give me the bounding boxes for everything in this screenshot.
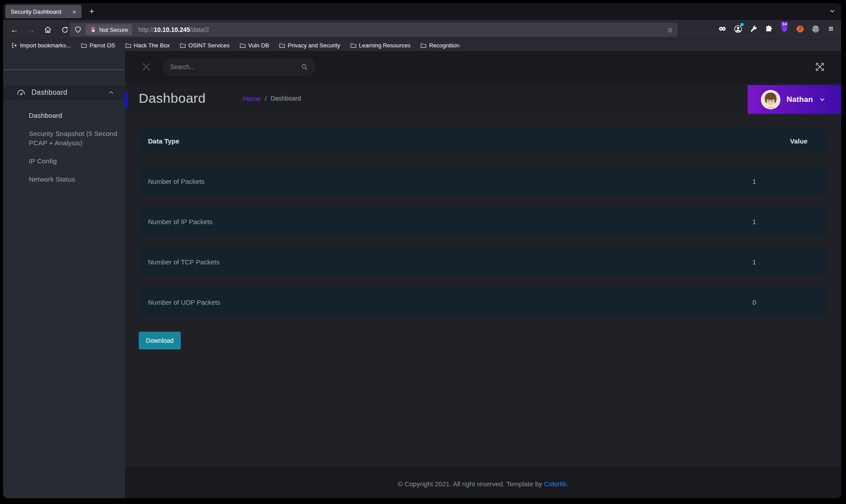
forward-button[interactable]: → <box>24 23 38 36</box>
webpage: Dashboard Dashboard Security Snapshot (5… <box>3 51 841 498</box>
sidebar-item-dashboard[interactable]: Dashboard <box>3 106 125 124</box>
bookmark-folder[interactable]: Privacy and Security <box>276 41 343 50</box>
blocker-ball-extension-icon[interactable] <box>794 23 806 35</box>
footer-copyright: © Copyright 2021. All right reserved. Te… <box>398 480 542 488</box>
bookmark-folder[interactable]: Hack The Box <box>122 41 172 50</box>
sidebar-item-security-snapshot[interactable]: Security Snapshot (5 Second PCAP + Analy… <box>3 124 125 152</box>
extension-icons: 14 ≡ <box>717 23 837 35</box>
back-button[interactable]: ← <box>8 23 21 36</box>
row-value: 0 <box>712 299 827 306</box>
folder-icon <box>279 42 285 49</box>
sidebar-toggle-close-icon[interactable] <box>137 58 155 76</box>
search-box <box>163 58 316 76</box>
url-text: http://10.10.10.245/data/2 <box>138 26 209 33</box>
row-label: Number of TCP Packets <box>139 258 712 266</box>
sidebar-group-label: Dashboard <box>31 89 102 97</box>
row-value: 1 <box>712 258 827 266</box>
download-button[interactable]: Download <box>139 332 181 349</box>
user-dropdown[interactable]: Nathan <box>748 85 841 114</box>
tab-security-dashboard[interactable]: Security Dashboard × <box>5 5 82 18</box>
row-label: Number of UDP Packets <box>139 299 712 306</box>
page-title: Dashboard <box>139 91 206 106</box>
account-notification-dot <box>741 23 744 26</box>
menu-button[interactable]: ≡ <box>825 23 837 35</box>
row-label: Number of Packets <box>139 178 712 185</box>
table-row: Number of IP Packets 1 <box>139 206 827 236</box>
tab-close-icon[interactable]: × <box>70 8 78 16</box>
permissions-shield-icon[interactable] <box>74 26 82 34</box>
table-row: Number of UDP Packets 0 <box>139 287 827 317</box>
header-accent-bar <box>125 92 128 108</box>
url-bar[interactable]: Not Secure http://10.10.10.245/data/2 ☆ <box>70 23 678 37</box>
folder-icon <box>125 42 132 49</box>
goggles-face-extension-icon[interactable] <box>810 23 821 35</box>
bookmark-star-icon[interactable]: ☆ <box>667 26 673 34</box>
column-header-data-type: Data Type <box>139 137 712 145</box>
tab-strip: Security Dashboard × + <box>3 3 841 20</box>
sidebar-item-ip-config[interactable]: IP Config <box>3 152 125 170</box>
fullscreen-expand-icon[interactable] <box>814 61 826 73</box>
wrench-extension-icon[interactable] <box>748 23 759 35</box>
not-secure-chip[interactable]: Not Secure <box>86 24 132 35</box>
folder-icon <box>239 42 246 49</box>
folder-icon <box>81 42 87 49</box>
table-row: Number of Packets 1 <box>139 166 827 196</box>
breadcrumb-current: Dashboard <box>270 95 301 102</box>
chevron-down-icon <box>819 96 826 103</box>
browser-window: Security Dashboard × + ← → Not Secure ht <box>3 3 841 498</box>
home-button[interactable] <box>41 23 55 36</box>
row-value: 1 <box>712 178 827 185</box>
sidebar-submenu: Dashboard Security Snapshot (5 Second PC… <box>3 106 125 188</box>
breadcrumb-home-link[interactable]: Home <box>243 95 261 102</box>
import-icon <box>11 42 18 49</box>
colorlib-link[interactable]: Colorlib <box>544 480 567 488</box>
folder-icon <box>350 42 357 49</box>
search-input[interactable] <box>170 63 300 70</box>
user-name: Nathan <box>787 95 813 104</box>
mask-extension-icon[interactable] <box>717 23 728 35</box>
column-header-value: Value <box>712 137 827 145</box>
folder-icon <box>179 42 186 49</box>
navigation-toolbar: ← → Not Secure http://10.10.10.245/data/… <box>3 20 841 39</box>
bookmark-folder[interactable]: OSINT Services <box>177 41 232 50</box>
privacy-shield-extension-icon[interactable]: 14 <box>779 23 790 35</box>
extension-badge: 14 <box>781 22 788 27</box>
bookmark-folder[interactable]: Recognition <box>417 41 462 50</box>
chevron-up-icon <box>108 89 114 96</box>
table-row: Number of TCP Packets 1 <box>139 247 827 277</box>
sidebar-group-dashboard[interactable]: Dashboard <box>3 85 125 100</box>
content-area: Data Type Value Number of Packets 1 Numb… <box>125 114 841 467</box>
footer: © Copyright 2021. All right reserved. Te… <box>125 467 841 498</box>
avatar <box>761 90 780 109</box>
page-topbar <box>125 51 841 83</box>
search-icon[interactable] <box>300 63 308 71</box>
bookmarks-bar: Import bookmarks... Parrot OS Hack The B… <box>3 39 841 51</box>
sidebar-item-network-status[interactable]: Network Status <box>3 170 125 188</box>
tab-title: Security Dashboard <box>11 8 70 15</box>
extensions-puzzle-icon[interactable] <box>763 23 775 35</box>
bookmark-folder[interactable]: Vuln DB <box>237 41 272 50</box>
row-value: 1 <box>712 218 827 225</box>
speedometer-icon <box>16 88 26 97</box>
sidebar: Dashboard Dashboard Security Snapshot (5… <box>3 51 125 498</box>
breadcrumb-separator: / <box>265 95 266 102</box>
main-area: Dashboard Home / Dashboard <box>125 51 841 498</box>
account-icon[interactable] <box>732 23 744 35</box>
footer-suffix: . <box>566 480 568 488</box>
breadcrumb: Home / Dashboard <box>243 95 301 102</box>
page-header: Dashboard Home / Dashboard <box>125 83 841 114</box>
insecure-lock-icon <box>90 26 97 33</box>
bookmark-import[interactable]: Import bookmarks... <box>8 41 74 50</box>
new-tab-button[interactable]: + <box>86 7 97 17</box>
list-all-tabs-icon[interactable] <box>829 8 836 15</box>
sidebar-brand-area <box>3 51 125 70</box>
bookmark-folder[interactable]: Parrot OS <box>78 41 118 50</box>
table-header-row: Data Type Value <box>139 128 827 154</box>
security-label: Not Secure <box>99 27 128 33</box>
bookmark-folder[interactable]: Learning Resources <box>347 41 413 50</box>
row-label: Number of IP Packets <box>139 218 712 225</box>
folder-icon <box>420 42 427 49</box>
